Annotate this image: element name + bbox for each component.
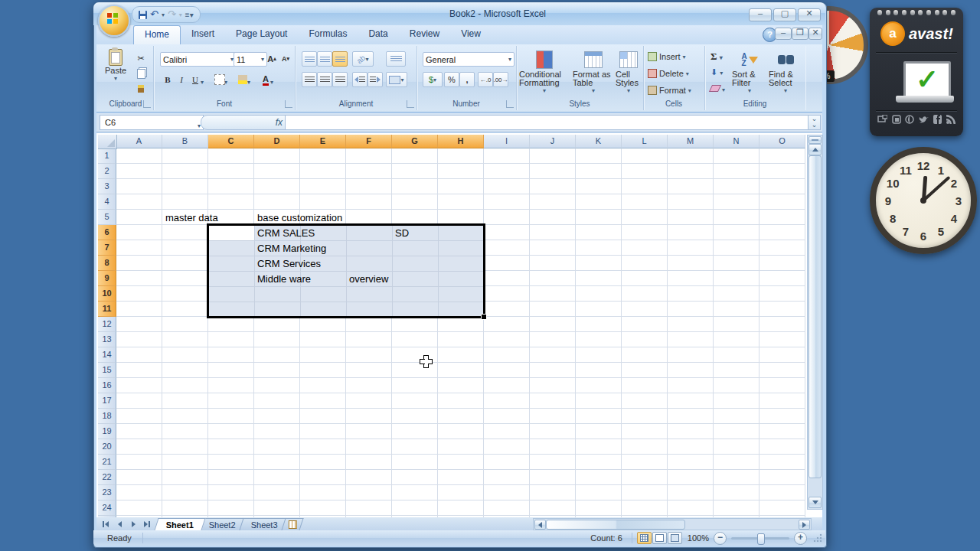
row-header-3[interactable]: 3 [98,179,116,194]
font-color-dropdown-arrow[interactable]: ▾ [270,77,273,86]
cell-d9[interactable]: Middle ware [257,273,311,285]
row-header-9[interactable]: 9 [98,271,116,286]
row-header-5[interactable]: 5 [98,210,116,225]
horizontal-scrollbar[interactable] [533,518,812,530]
zoom-in-button[interactable]: + [794,532,807,545]
cell-styles-button[interactable]: Cell Styles▾ [616,49,642,94]
column-header-k[interactable]: K [576,135,622,148]
row-header-24[interactable]: 24 [98,500,116,516]
zoom-slider[interactable] [731,537,789,540]
normal-view-button[interactable] [637,532,652,544]
active-cell[interactable] [209,226,254,240]
scroll-right-button[interactable] [799,520,810,530]
zoom-slider-thumb[interactable] [757,533,765,545]
insert-function-button[interactable]: fx [201,115,289,130]
zoom-out-button[interactable]: − [714,532,727,545]
horizontal-scroll-thumb[interactable] [546,520,685,530]
number-dialog-launcher[interactable] [506,100,514,108]
row-header-23[interactable]: 23 [98,485,116,500]
tab-view[interactable]: View [450,25,492,44]
customize-qat-icon[interactable]: ≡▾ [185,11,194,19]
cell-g6[interactable]: SD [395,227,409,239]
cell-d7[interactable]: CRM Marketing [257,243,326,254]
page-break-view-button[interactable] [668,532,682,544]
wrap-text-button[interactable] [386,51,406,67]
redo-icon[interactable]: ↷ [168,8,176,21]
italic-button[interactable]: I [174,72,189,87]
alignment-dialog-launcher[interactable] [407,100,414,108]
row-header-11[interactable]: 11 [98,302,116,317]
column-header-g[interactable]: G [392,135,438,148]
row-header-14[interactable]: 14 [98,347,116,363]
orientation-button[interactable]: ab▾ [352,51,374,67]
row-header-19[interactable]: 19 [98,424,116,439]
fill-color-dropdown-arrow[interactable]: ▾ [247,77,250,86]
undo-icon[interactable]: ↶ [150,8,158,21]
facebook-icon[interactable] [933,115,942,124]
column-header-h[interactable]: H [438,135,484,148]
insert-worksheet-button[interactable] [281,518,303,530]
cell-d8[interactable]: CRM Services [257,258,321,269]
workbook-minimize-button[interactable]: – [775,28,792,40]
row-header-12[interactable]: 12 [98,317,116,332]
cell-grid[interactable]: master database customizationCRM SALESSD… [116,148,805,517]
globe-icon[interactable] [905,115,914,124]
cell-b5[interactable]: master data [165,212,218,223]
expand-formula-bar-icon[interactable]: ⌄⌄ [808,115,821,130]
font-dialog-launcher[interactable] [285,100,292,108]
accounting-format-button[interactable]: $▾ [423,72,443,87]
cut-button[interactable]: ✂ [133,51,149,66]
top-align-button[interactable] [302,51,317,67]
maximize-button[interactable]: ▢ [773,8,796,21]
paste-button[interactable]: Paste▾ [101,49,130,82]
scroll-up-button[interactable] [808,144,822,155]
align-left-button[interactable] [302,72,317,87]
cell-f9[interactable]: overview [349,273,388,285]
row-header-1[interactable]: 1 [98,148,116,164]
copy-button[interactable] [133,66,149,81]
prev-sheet-button[interactable] [113,519,126,529]
format-as-table-button[interactable]: Format as Table▾ [573,49,614,94]
redo-dropdown-arrow[interactable]: ▾ [179,11,182,18]
underline-dropdown-arrow[interactable]: ▾ [201,77,204,86]
first-sheet-button[interactable] [100,519,112,529]
cell-d6[interactable]: CRM SALES [257,227,315,239]
row-header-8[interactable]: 8 [98,256,116,271]
vertical-scrollbar[interactable] [807,135,823,510]
align-center-button[interactable] [317,72,332,87]
column-header-o[interactable]: O [760,135,805,148]
clock-gadget[interactable]: 123456789101112 [870,147,977,254]
column-header-d[interactable]: D [254,135,300,148]
row-header-4[interactable]: 4 [98,194,116,210]
font-size-select[interactable]: 11▾ [234,52,267,67]
format-cells-button[interactable]: Format▾ [648,86,691,95]
column-header-a[interactable]: A [116,135,162,148]
find-select-button[interactable]: Find & Select▾ [769,49,802,94]
formula-input[interactable] [285,115,812,130]
workbook-restore-button[interactable]: ❐ [792,28,808,40]
row-header-6[interactable]: 6 [98,225,116,240]
fill-handle[interactable] [481,314,487,320]
row-header-2[interactable]: 2 [98,164,116,179]
share-icon[interactable] [877,115,887,124]
grow-font-button[interactable]: A▴ [264,51,279,67]
workbook-close-button[interactable]: ✕ [808,28,822,40]
conditional-formatting-button[interactable]: Conditional Formatting▾ [519,49,570,94]
copy-icon[interactable] [892,115,901,124]
cell-d5[interactable]: base customization [257,212,342,223]
row-header-22[interactable]: 22 [98,470,116,485]
tab-insert[interactable]: Insert [181,25,225,44]
tab-formulas[interactable]: Formulas [298,25,358,44]
scroll-down-button[interactable] [808,497,822,508]
middle-align-button[interactable] [317,51,332,67]
sort-filter-button[interactable]: AZ Sort & Filter▾ [732,49,767,94]
column-header-f[interactable]: F [346,135,392,148]
tab-review[interactable]: Review [399,25,450,44]
align-right-button[interactable] [332,72,348,87]
next-sheet-button[interactable] [127,519,139,529]
row-header-10[interactable]: 10 [98,286,116,302]
column-header-e[interactable]: E [300,135,346,148]
decrease-decimal-button[interactable]: .00→ [493,72,508,87]
rss-icon[interactable] [946,115,956,124]
fill-button[interactable]: ⬇ ▾ [710,67,723,77]
